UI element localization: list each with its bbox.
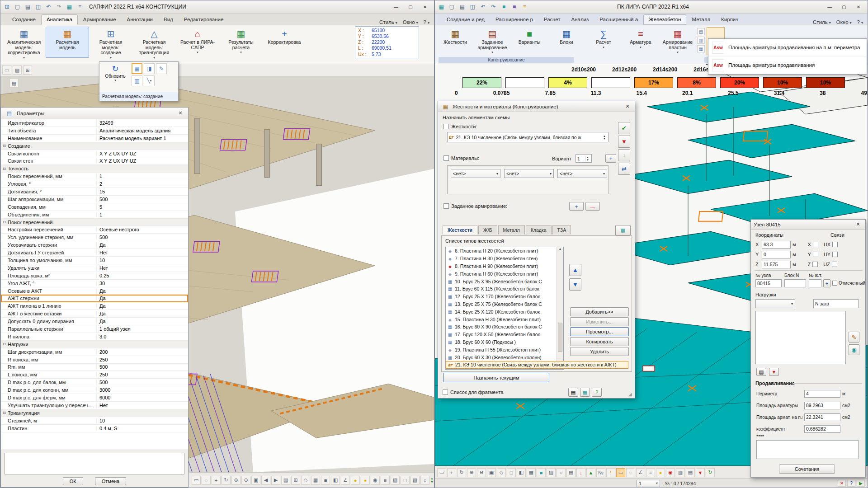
stiffness-list-item[interactable]: 15. Пластина H 30 (Железобетон плит) xyxy=(446,315,563,323)
ribbon-tab[interactable]: Аннотации xyxy=(122,14,158,25)
mesh-edit-icon[interactable]: ▦ xyxy=(132,63,142,74)
tool-icon[interactable]: ∠ xyxy=(636,468,645,477)
ribbon-tab[interactable]: Создание xyxy=(7,14,41,25)
cancel-button[interactable]: Отмена xyxy=(95,477,126,485)
dialog-tab[interactable]: Ж/Б xyxy=(478,225,497,235)
property-row[interactable]: ⊟ Наименование Расчетная модель вариант … xyxy=(1,135,188,142)
stiffness-list-item[interactable]: 12. Брус 25 X 170 (Железобетон балок xyxy=(446,293,563,300)
list-action-button[interactable]: Копировать xyxy=(570,337,629,346)
tool-icon[interactable]: ◇ xyxy=(301,476,310,485)
stiffness-list-item[interactable]: 14. Брус 25 X 120 (Железобетон балок xyxy=(446,308,563,315)
tool-icon[interactable]: □ xyxy=(507,468,516,477)
property-row[interactable]: ⊟ Улучшать триангуляцию у пересеч... Нет xyxy=(1,402,188,409)
resize-grip[interactable]: ◢ xyxy=(628,392,634,397)
assign-current-button[interactable]: Назначить текущим xyxy=(443,373,549,382)
titlebar-icon[interactable]: ⊞ xyxy=(2,2,12,12)
ribbon-button[interactable]: ⌂ Расчет в ЛИРА-САПР ▾ xyxy=(176,27,219,58)
current-stiffness-field[interactable]: ЕГ 21. КЭ 10 численное (Связь между узла… xyxy=(447,132,609,142)
maximize-icon[interactable]: ▢ xyxy=(403,2,418,12)
property-row[interactable]: ⊟ Дотягивать ГУ стержней Нет xyxy=(1,249,188,257)
property-row[interactable]: ⊟ Точность xyxy=(1,165,188,173)
material-select[interactable]: <нет>▾ xyxy=(504,169,554,178)
page-combo[interactable]: 1.▾ xyxy=(637,480,660,487)
ribbon-tab[interactable]: Анализ xyxy=(566,14,594,25)
titlebar-icon[interactable]: ▦ xyxy=(65,2,74,12)
stiffness-list-item[interactable]: 21. КЭ 10 численное (Связь между узлами,… xyxy=(446,361,628,369)
dialog-titlebar[interactable]: Узел 80415 ✕ xyxy=(751,220,865,230)
property-row[interactable]: ⊟ R пилона 3.0 xyxy=(1,333,188,341)
collapse-icon[interactable]: ⊟ xyxy=(1,342,8,346)
tool-icon[interactable]: ⊖ xyxy=(477,468,486,477)
tool-icon[interactable]: ▦ xyxy=(311,476,320,485)
titlebar-icon[interactable]: ▤ xyxy=(23,2,33,12)
property-row[interactable]: ⊟ Угловая, ° 2 xyxy=(1,180,188,188)
block-field[interactable] xyxy=(784,279,806,287)
tool-icon[interactable]: ▣ xyxy=(251,476,260,485)
titlebar-icon[interactable]: ◫ xyxy=(468,2,477,12)
tool-icon[interactable]: ▨ xyxy=(410,476,420,485)
scroll-up-icon[interactable]: ▲ xyxy=(559,247,562,250)
tool-icon[interactable]: ⊞ xyxy=(291,476,300,485)
given-reinforcement-checkbox[interactable] xyxy=(443,203,449,209)
list-action-button[interactable]: Удалить xyxy=(570,347,629,356)
ribbon-button[interactable]: ⊞ Расчетная модель: создание ▾ xyxy=(89,27,132,58)
section-view-icon[interactable]: ▦ xyxy=(615,225,631,235)
ribbon-button[interactable]: △ Расчетная модель: триангуляция ▾ xyxy=(132,27,176,58)
tool-icon[interactable]: ▭ xyxy=(437,468,446,477)
tool-icon[interactable]: ⊕ xyxy=(231,476,241,485)
tool-icon[interactable]: ▨ xyxy=(547,468,556,477)
close-icon[interactable]: ✕ xyxy=(176,110,184,116)
punching-value-field[interactable]: 22.3241 xyxy=(804,413,840,421)
ribbon-tab[interactable]: Редактирование xyxy=(179,14,229,25)
tool-icon[interactable]: ◧ xyxy=(331,476,340,485)
help-icon[interactable]: ? xyxy=(847,480,855,487)
link-checkbox[interactable] xyxy=(832,252,838,257)
material-select[interactable]: <нет>▾ xyxy=(557,169,607,178)
property-row[interactable]: ⊟ Усл. удлинение стержня, мм 500 xyxy=(1,234,188,241)
ribbon-button[interactable]: + Корректировка ▾ xyxy=(263,27,306,58)
combinations-button[interactable]: Сочетания xyxy=(779,465,835,474)
scroll-arrows[interactable]: ▲▼ xyxy=(430,477,434,484)
load-case-select[interactable]: ▾ xyxy=(755,299,795,308)
list-action-button[interactable]: Просмотр... xyxy=(570,327,629,336)
stiffness-list-item[interactable]: 8. Пластина H 90 (Железобетон плит) xyxy=(446,263,563,270)
sheet-icon[interactable]: ▤ xyxy=(568,388,578,397)
zht-field[interactable] xyxy=(809,279,821,287)
property-row[interactable]: ⊟ АЖТ пилона в 1 линию Да xyxy=(1,302,188,310)
link-checkbox[interactable] xyxy=(813,242,818,247)
update-button[interactable]: ↻ Обновить ▾ xyxy=(101,63,130,90)
property-row[interactable]: ⊟ Rm, мм 500 xyxy=(1,364,188,371)
ribbon-button[interactable]: ▦ Блоки ▾ xyxy=(548,27,585,58)
property-row[interactable]: ⊟ Настройки пересечений Осевые нестрого xyxy=(1,226,188,234)
tool-icon[interactable]: + xyxy=(447,468,456,477)
property-row[interactable]: ⊟ Толщина по умолчанию, мм 10 xyxy=(1,257,188,264)
ribbon-tab[interactable]: Железобетон xyxy=(643,14,686,25)
close-icon[interactable]: ✕ xyxy=(623,103,632,109)
property-row[interactable]: ⊟ Связи стен X Y Z UX UY UZ xyxy=(1,157,188,165)
stiffness-list-item[interactable]: 6. Пластина H 20 (Железобетон плит) xyxy=(446,247,563,255)
collapse-icon[interactable]: ⊟ xyxy=(1,144,8,148)
property-row[interactable]: ⊟ L поиска, мм 250 xyxy=(1,371,188,379)
swap-button[interactable]: ⇄ xyxy=(618,163,630,175)
toolbar-icon[interactable]: ⊞ xyxy=(23,66,32,75)
titlebar-icon[interactable]: ▢ xyxy=(13,2,22,12)
variant-stepper[interactable]: 1 ▲▼ xyxy=(576,154,592,163)
tool-icon[interactable]: ◌ xyxy=(202,476,211,485)
property-row[interactable]: ⊟ Укорачивать стержни Да xyxy=(1,241,188,249)
dialog-tab[interactable]: Металл xyxy=(498,225,525,235)
menu-item[interactable]: Стиль▾ xyxy=(379,19,397,25)
dialog-tab[interactable]: Кладка xyxy=(526,225,552,235)
titlebar-icon[interactable]: ▤ xyxy=(458,2,467,12)
ribbon-button[interactable]: ▦ Расчетная модель ▾ xyxy=(46,27,89,58)
titlebar-icon[interactable]: ↶ xyxy=(44,2,53,12)
tool-icon[interactable]: ◉ xyxy=(666,468,675,477)
titlebar-icon[interactable]: ≡ xyxy=(520,2,529,12)
property-row[interactable]: ⊟ D max p.c. для колонн, мм 3000 xyxy=(1,386,188,394)
tool-icon[interactable]: ◇ xyxy=(497,468,506,477)
material-select[interactable]: <нет>▾ xyxy=(451,169,500,178)
fragment-checkbox[interactable] xyxy=(443,389,448,395)
given-reinforcement-checkbox-row[interactable]: Заданное армирование: xyxy=(443,203,507,209)
menu-item[interactable]: Площадь арматуры продавливания xyxy=(708,56,867,74)
line-icon[interactable]: ╲▾ xyxy=(144,75,155,86)
edit-load-icon[interactable]: ✎ xyxy=(849,332,859,343)
